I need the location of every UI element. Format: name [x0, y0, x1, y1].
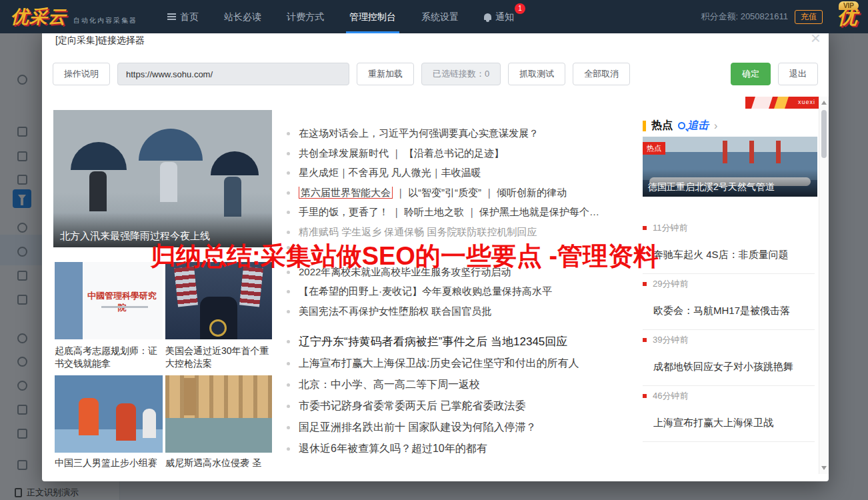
bullet-dot: [287, 152, 290, 155]
nav-admin-console[interactable]: 管理控制台: [337, 0, 409, 33]
timestamp: 11分钟前: [643, 222, 815, 234]
nav-system-settings[interactable]: 系统设置: [409, 0, 471, 33]
promo-banner[interactable]: xuexi: [745, 97, 819, 109]
reload-button[interactable]: 重新加载: [357, 63, 414, 85]
player-shape: [116, 403, 136, 441]
headline-link[interactable]: 市委书记跻身省委常委两天后 已掌舵省委政法委: [287, 399, 650, 413]
nav-label: 计费方式: [287, 0, 324, 33]
hot-image-caption: 德国正重启北溪2号天然气管道: [643, 169, 817, 197]
timestamp: 46分钟前: [643, 390, 815, 402]
headline-link[interactable]: 在这场对话会上，习近平为何强调要真心实意谋发展？: [287, 127, 650, 140]
hot-title: 热点: [651, 119, 673, 133]
nav-home-label: 首页: [180, 0, 199, 33]
bullet-dot: [287, 231, 290, 234]
confirm-button[interactable]: 确定: [731, 63, 771, 85]
bullet-dot: [287, 191, 290, 195]
app-logo-subtitle: 自动化内容采集器: [73, 16, 137, 25]
academy-sign-text: 中國管理科學研究院: [84, 290, 160, 314]
menu-icon: [167, 12, 176, 21]
headline-link[interactable]: 退休近6年被查算久吗？超过10年的都有: [287, 442, 650, 456]
headline-link[interactable]: 上海宣布打赢大上海保卫战:历史会记住坚守和付出的所有人: [287, 357, 650, 371]
news-image-venice[interactable]: [165, 375, 272, 453]
news-image-basketball[interactable]: [55, 375, 163, 453]
bell-icon: [484, 13, 491, 20]
umbrella-shape: [139, 129, 203, 161]
url-input[interactable]: [117, 63, 349, 85]
dialog-title: [定向采集]链接选择器: [55, 35, 145, 47]
bullet-dot: [287, 447, 290, 451]
grab-test-button[interactable]: 抓取测试: [508, 63, 565, 85]
headline-link[interactable]: 【在希望的田野上·麦收记】今年夏粮收购总量保持高水平: [287, 285, 650, 298]
bullet-dot: [287, 426, 290, 429]
hot-news-item[interactable]: 11分钟前 奔驰车起火 4S店：非质量问题: [643, 218, 815, 274]
exit-button[interactable]: 退出: [778, 63, 818, 85]
selected-link-highlight[interactable]: 第六届世界智能大会: [299, 187, 393, 199]
hot-news-item[interactable]: 39分钟前 成都地铁回应女子对小孩跳艳舞: [643, 330, 815, 386]
recharge-button[interactable]: 充值: [795, 10, 823, 24]
nav-webmaster-guide[interactable]: 站长必读: [211, 0, 274, 33]
bullet-dot: [287, 171, 290, 175]
dialog-toolbar: 操作说明 重新加载 已选链接数：0 抓取测试 全部取消 确定 退出: [53, 62, 818, 86]
scroll-up-icon[interactable]: [821, 101, 827, 105]
headline-link[interactable]: 第六届世界智能大会 ｜ 以“智变”引“质变” ｜ 倾听创新的律动: [287, 187, 650, 199]
hot-news-title: 成都地铁回应女子对小孩跳艳舞: [653, 361, 815, 373]
news-caption[interactable]: 威尼斯遇高水位侵袭 圣: [165, 457, 272, 468]
bullet-dot: [287, 310, 290, 313]
headline-link[interactable]: 星火成炬｜不舍再见 凡人微光｜丰收温暖: [287, 167, 650, 179]
hot-topics-header[interactable]: 热点 追击 ›: [643, 119, 717, 133]
news-image-congress[interactable]: [165, 262, 272, 339]
app-logo[interactable]: 优采云 自动化内容采集器: [11, 5, 137, 29]
timestamp: 39分钟前: [643, 334, 815, 346]
hero-image[interactable]: 北方入汛来最强降雨过程今夜上线: [53, 110, 272, 247]
headline-link[interactable]: 共创全球发展新时代 ｜ 【沿着总书记的足迹】: [287, 147, 650, 160]
umbrella-shape: [211, 151, 259, 175]
news-image-academy[interactable]: 中國管理科學研究院: [55, 262, 163, 339]
bullet-dot: [287, 340, 290, 343]
bullet-dot: [287, 383, 290, 387]
bullet-dot: [287, 362, 290, 365]
bullet-dot: [287, 211, 290, 214]
nav-billing[interactable]: 计费方式: [274, 0, 337, 33]
scrollbar[interactable]: [819, 97, 829, 474]
cancel-all-button[interactable]: 全部取消: [573, 63, 630, 85]
news-caption[interactable]: 美国会通过近30年首个重大控枪法案: [165, 345, 272, 370]
seo-overlay-text: 归纳总结:采集站做SEO的一些要点 -管理资料: [151, 239, 659, 273]
nav-home[interactable]: 首页: [155, 0, 211, 33]
academy-sign-line: [101, 306, 148, 308]
banner-shape: [751, 97, 773, 109]
crane-shape: [749, 141, 754, 163]
chevron-right-icon[interactable]: ›: [714, 120, 717, 132]
scrollbar-thumb[interactable]: [821, 110, 827, 158]
link-selector-dialog: [定向采集]链接选择器 × 操作说明 重新加载 已选链接数：0 抓取测试 全部取…: [42, 27, 829, 481]
top-navbar: 优采云 自动化内容采集器 首页 站长必读 计费方式 管理控制台 系统设置 通知 …: [0, 0, 868, 33]
hot-news-item[interactable]: 46分钟前 上海宣布打赢大上海保卫战: [643, 386, 815, 442]
podium-seal-shape: [209, 319, 227, 337]
scroll-down-icon[interactable]: [821, 466, 827, 470]
banner-shape: [773, 97, 789, 109]
player-shape: [79, 398, 99, 435]
nav-label: 系统设置: [421, 0, 459, 33]
headline-link[interactable]: 手里的饭，更香了！ ｜ 聆听土地之歌 ｜ 保护黑土地就是保护每个…: [287, 206, 650, 219]
vip-badge: VIP: [839, 1, 859, 10]
headline-link[interactable]: 精准赋码 学生返乡 保通保畅 国务院联防联控机制回应: [287, 226, 650, 239]
nav-notifications[interactable]: 通知 1: [471, 0, 527, 33]
tower-shape: [184, 378, 196, 415]
news-caption[interactable]: 中国三人男篮止步小组赛: [55, 457, 161, 468]
hot-news-title: 欧委会：马航MH17是被俄击落: [653, 305, 815, 317]
banner-text: xuexi: [798, 99, 815, 105]
hot-topic-image[interactable]: 热点 德国正重启北溪2号天然气管道: [643, 137, 817, 197]
nav-right-area: 积分金额: 2050821611 充值 优: [701, 3, 857, 31]
headline-link[interactable]: 辽宁丹东“持黄码者看病被拦”事件之后 当地12345回应: [287, 334, 650, 349]
notification-badge: 1: [515, 3, 525, 14]
help-button[interactable]: 操作说明: [53, 63, 110, 85]
news-caption[interactable]: 起底高考志愿规划师：证书交钱就能拿: [55, 345, 161, 370]
credit-amount: 积分金额: 2050821611: [701, 11, 788, 23]
umbrella-shape: [71, 142, 127, 170]
figure-shape: [89, 171, 107, 211]
hot-news-item[interactable]: 29分钟前 欧委会：马航MH17是被俄击落: [643, 274, 815, 330]
hot-news-title: 奔驰车起火 4S店：非质量问题: [653, 249, 815, 261]
red-square-bullet: [643, 226, 647, 230]
headline-link[interactable]: 北京：中小学、高一高二等下周一返校: [287, 378, 650, 392]
headline-link[interactable]: 美国宪法不再保护女性堕胎权 联合国官员批: [287, 305, 650, 318]
headline-link[interactable]: 国足亚洲排名跌出前十 国家队建设为何陷入停滞？: [287, 421, 650, 435]
